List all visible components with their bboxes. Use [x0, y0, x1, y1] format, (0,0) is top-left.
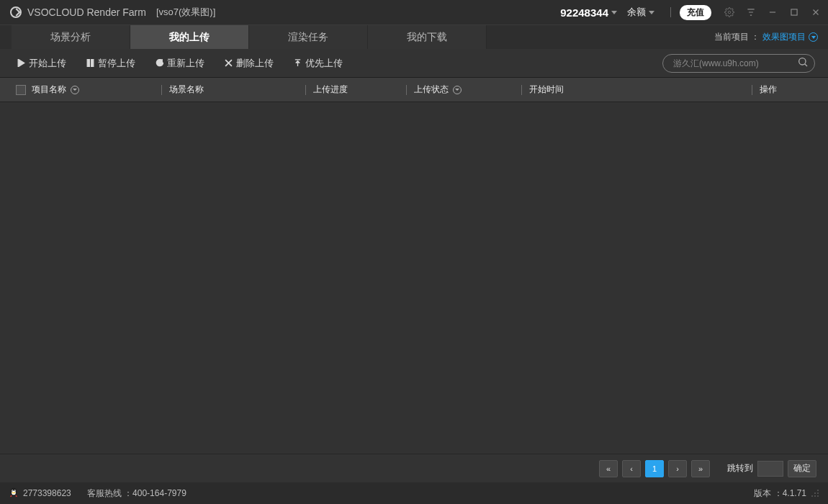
search-input[interactable]	[673, 58, 797, 68]
svg-point-10	[817, 492, 819, 494]
col-start-time: 开始时间	[521, 84, 752, 96]
page-prev-button[interactable]: ‹	[622, 460, 641, 477]
account-id: 92248344	[560, 6, 608, 19]
jump-go-button[interactable]: 确定	[788, 460, 816, 477]
minimize-icon[interactable]	[768, 7, 778, 17]
qq-icon	[9, 487, 19, 499]
col-scene-name: 场景名称	[161, 84, 305, 96]
balance-label: 余额	[627, 6, 646, 19]
table-body-empty	[0, 102, 828, 454]
current-project-link[interactable]: 效果图项目	[762, 31, 806, 43]
upload-toolbar: 开始上传 暂停上传 重新上传 删除上传 优先上传	[0, 49, 828, 78]
tab-my-uploads[interactable]: 我的上传	[130, 25, 249, 49]
svg-rect-1	[791, 9, 797, 15]
recharge-button[interactable]: 充值	[680, 5, 711, 20]
page-number-button[interactable]: 1	[645, 460, 664, 477]
resize-grip-icon[interactable]	[811, 489, 819, 498]
tab-scene-analysis[interactable]: 场景分析	[12, 25, 130, 49]
gear-icon[interactable]	[724, 7, 734, 17]
col-actions: 操作	[752, 84, 777, 96]
tab-my-downloads[interactable]: 我的下载	[368, 25, 487, 49]
pause-upload-button[interactable]: 暂停上传	[86, 57, 135, 70]
close-icon[interactable]	[811, 7, 821, 17]
select-all-checkbox[interactable]	[16, 85, 26, 95]
caret-down-icon	[611, 11, 617, 14]
priority-upload-button[interactable]: 优先上传	[294, 57, 343, 70]
app-title: VSOCLOUD Render Farm	[27, 6, 146, 18]
priority-icon	[294, 59, 302, 67]
project-dropdown-icon[interactable]	[809, 32, 818, 42]
page-next-button[interactable]: ›	[668, 460, 687, 477]
version: 版本 ：4.1.71	[754, 487, 806, 500]
divider	[670, 7, 671, 17]
delete-upload-button[interactable]: 删除上传	[225, 57, 274, 70]
svg-point-11	[814, 492, 816, 494]
dropdown-icon	[453, 86, 462, 94]
svg-point-2	[799, 58, 806, 65]
tab-render-tasks[interactable]: 渲染任务	[249, 25, 368, 49]
refresh-upload-button[interactable]: 重新上传	[156, 57, 204, 70]
dropdown-icon	[71, 86, 79, 94]
search-box[interactable]	[662, 54, 815, 73]
qq-number[interactable]: 2773398623	[23, 488, 71, 498]
app-logo-icon	[10, 6, 22, 18]
svg-point-7	[12, 490, 13, 491]
svg-point-13	[814, 495, 816, 497]
svg-point-12	[817, 495, 819, 497]
current-project: 当前项目 ： 效果图项目	[714, 25, 828, 49]
filter-icon[interactable]	[746, 7, 756, 17]
col-progress: 上传进度	[305, 84, 406, 96]
hotline: 客服热线 ：400-164-7979	[87, 487, 186, 500]
page-first-button[interactable]: «	[599, 460, 618, 477]
start-upload-button[interactable]: 开始上传	[17, 57, 66, 70]
col-status[interactable]: 上传状态	[406, 84, 521, 96]
search-icon[interactable]	[797, 56, 809, 70]
svg-point-9	[817, 490, 819, 491]
project-subtitle: [vso7(效果图)]	[156, 6, 215, 19]
play-icon	[17, 59, 25, 67]
jump-input[interactable]	[757, 461, 783, 477]
svg-point-14	[811, 495, 813, 497]
refresh-icon	[156, 59, 163, 67]
maximize-icon[interactable]	[789, 7, 799, 17]
caret-down-icon	[649, 11, 654, 14]
col-project-name[interactable]: 项目名称	[32, 84, 161, 96]
pagination: « ‹ 1 › » 跳转到 确定	[0, 454, 828, 482]
table-header: 项目名称 场景名称 上传进度 上传状态 开始时间 操作	[0, 78, 828, 102]
page-last-button[interactable]: »	[691, 460, 710, 477]
svg-point-8	[14, 490, 15, 491]
jump-label: 跳转到	[727, 462, 753, 474]
main-tabs: 场景分析 我的上传 渲染任务 我的下载 当前项目 ： 效果图项目	[0, 24, 828, 49]
x-icon	[225, 59, 233, 67]
pause-icon	[86, 59, 94, 67]
title-bar: VSOCLOUD Render Farm [vso7(效果图)] 9224834…	[0, 0, 828, 24]
balance-dropdown[interactable]: 余额	[627, 6, 654, 19]
svg-point-0	[728, 11, 731, 14]
account-id-dropdown[interactable]: 92248344	[560, 6, 617, 19]
status-bar: 2773398623 客服热线 ：400-164-7979 版本 ：4.1.71	[0, 482, 828, 504]
current-project-label: 当前项目 ：	[714, 31, 760, 43]
